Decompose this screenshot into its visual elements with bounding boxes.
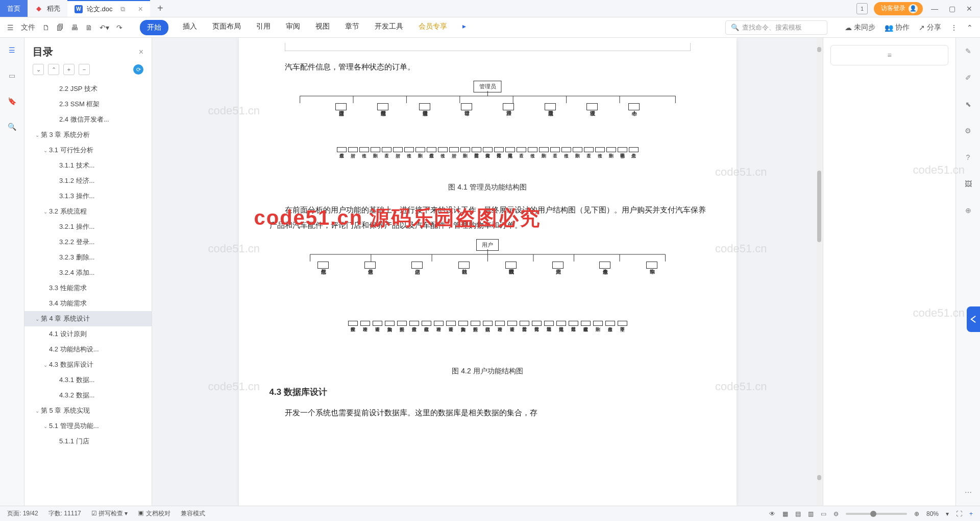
zoom-in-icon[interactable]: ⊕ xyxy=(914,510,919,517)
tab-home[interactable]: 首页 xyxy=(0,0,28,17)
rail-image-icon[interactable]: 🖼 xyxy=(962,178,974,190)
rail-more-icon[interactable]: ⋯ xyxy=(962,486,974,499)
toc-item[interactable]: 3.2.4 添加... xyxy=(24,265,152,280)
toc-item[interactable]: 5.1.1 门店 xyxy=(24,434,152,449)
sidebar-close-icon[interactable]: × xyxy=(139,48,143,57)
toc-item[interactable]: 2.4 微信开发者... xyxy=(24,112,152,127)
toc-item[interactable]: 3.2.1 操作... xyxy=(24,219,152,234)
new-tab-button[interactable]: + xyxy=(150,0,170,17)
maximize-button[interactable]: ▢ xyxy=(946,3,958,14)
window-counter[interactable]: 1 xyxy=(856,3,868,14)
view-focus-icon[interactable]: ▭ xyxy=(821,510,826,517)
file-menu[interactable]: 文件 xyxy=(21,23,35,32)
toc-item[interactable]: ⌄第 5 章 系统实现 xyxy=(24,403,152,418)
collapse-ribbon-icon[interactable]: ⌃ xyxy=(967,23,973,32)
toc-item[interactable]: ⌄3.2 系统流程 xyxy=(24,204,152,219)
toc-item[interactable]: 4.3.1 数据... xyxy=(24,372,152,388)
rail-help-icon[interactable]: ? xyxy=(962,151,974,163)
scrollbar[interactable] xyxy=(817,38,822,506)
toc-item[interactable]: 3.3 性能需求 xyxy=(24,280,152,296)
tab-document[interactable]: W 论文.doc ⧉ × xyxy=(67,0,150,17)
toc-item[interactable]: 3.1.3 操作... xyxy=(24,188,152,204)
zoom-dropdown-icon[interactable]: ▾ xyxy=(946,510,949,517)
toc-item[interactable]: 3.1.1 技术... xyxy=(24,158,152,173)
redo-icon[interactable]: ↷ xyxy=(116,23,122,32)
toc-item[interactable]: ⌄第 4 章 系统设计 xyxy=(24,311,152,326)
toc-item[interactable]: ⌄5.1 管理员功能... xyxy=(24,418,152,434)
scroll-thumb[interactable] xyxy=(817,171,821,242)
toc-item[interactable]: 4.2 功能结构设... xyxy=(24,342,152,357)
scroll-bot-icon[interactable] xyxy=(817,475,821,480)
ribbon-layout[interactable]: 页面布局 xyxy=(211,20,242,35)
toc-item[interactable]: 3.2.3 删除... xyxy=(24,250,152,265)
toc-refresh-icon[interactable]: ⟳ xyxy=(133,64,143,75)
toc-collapse-all[interactable]: ⌄ xyxy=(33,64,44,75)
zoom-out-icon[interactable]: ⊖ xyxy=(834,510,839,517)
view-outline-icon[interactable]: ▥ xyxy=(808,510,814,517)
scroll-top-icon[interactable] xyxy=(817,47,821,52)
menu-icon[interactable]: ☰ xyxy=(7,23,14,32)
toc-item[interactable]: 3.2.2 登录... xyxy=(24,234,152,250)
ribbon-more[interactable]: ▸ xyxy=(461,20,467,35)
ribbon-chapter[interactable]: 章节 xyxy=(344,20,360,35)
search-input[interactable]: 🔍 查找命令、搜索模板 xyxy=(725,20,827,35)
toc-item[interactable]: 3.1.2 经济... xyxy=(24,173,152,188)
ribbon-dev[interactable]: 开发工具 xyxy=(374,20,404,35)
toc-expand-all[interactable]: ⌃ xyxy=(48,64,59,75)
toc-item[interactable]: 4.3.2 数据... xyxy=(24,388,152,403)
save-icon[interactable]: 🗋 xyxy=(42,23,50,32)
status-compat[interactable]: 兼容模式 xyxy=(181,509,205,518)
fullscreen-icon[interactable]: ⛶ xyxy=(956,510,962,517)
rail-outline-icon[interactable]: ☰ xyxy=(6,44,18,56)
more-icon[interactable]: ⋮ xyxy=(950,23,958,32)
rail-select-icon[interactable]: ⬉ xyxy=(962,98,974,110)
toc-item[interactable]: ⌄第 3 章 系统分析 xyxy=(24,127,152,143)
toc-remove[interactable]: − xyxy=(79,64,90,75)
status-proof[interactable]: ▣ 文档校对 xyxy=(138,509,170,518)
sync-button[interactable]: ☁ 未同步 xyxy=(845,23,875,32)
tab-shell[interactable]: ◆ 稻壳 xyxy=(28,0,67,17)
ribbon-review[interactable]: 审阅 xyxy=(285,20,301,35)
rail-cloud-icon[interactable]: ⊕ xyxy=(962,204,974,217)
close-button[interactable]: ✕ xyxy=(964,3,975,14)
view-web-icon[interactable]: ▤ xyxy=(795,510,801,517)
ribbon-vip[interactable]: 会员专享 xyxy=(418,20,448,35)
view-read-icon[interactable]: 👁 xyxy=(769,510,775,517)
zoom-value[interactable]: 80% xyxy=(926,510,939,517)
rail-tool-2-icon[interactable]: ✐ xyxy=(962,72,974,84)
print-icon[interactable]: 🖶 xyxy=(71,23,78,32)
toc-item[interactable]: 2.3 SSM 框架 xyxy=(24,97,152,112)
toc-item[interactable]: ⌄3.1 可行性分析 xyxy=(24,143,152,158)
rail-bookmark-icon[interactable]: 🔖 xyxy=(6,95,18,107)
collab-button[interactable]: 👥 协作 xyxy=(885,23,910,32)
view-page-icon[interactable]: ▦ xyxy=(782,510,788,517)
toc-item[interactable]: 2.2 JSP 技术 xyxy=(24,81,152,97)
save-as-icon[interactable]: 🗐 xyxy=(57,23,64,32)
tab-close-icon[interactable]: × xyxy=(138,5,143,14)
add-status-icon[interactable]: + xyxy=(969,510,973,517)
rail-nav-icon[interactable]: ▭ xyxy=(6,69,18,82)
ribbon-start[interactable]: 开始 xyxy=(140,20,168,35)
share-button[interactable]: ↗ 分享 xyxy=(919,23,941,32)
status-spell[interactable]: ☑ 拼写检查 ▾ xyxy=(91,509,128,518)
toc-item[interactable]: 3.4 功能需求 xyxy=(24,296,152,311)
zoom-slider[interactable] xyxy=(846,513,907,515)
status-page[interactable]: 页面: 19/42 xyxy=(7,509,38,518)
rail-tool-1-icon[interactable]: ✎ xyxy=(962,45,974,57)
minimize-button[interactable]: — xyxy=(929,3,940,14)
ribbon-insert[interactable]: 插入 xyxy=(182,20,198,35)
rail-search-icon[interactable]: 🔍 xyxy=(6,121,18,133)
status-words[interactable]: 字数: 11117 xyxy=(48,509,81,518)
ribbon-view[interactable]: 视图 xyxy=(314,20,331,35)
toc-add[interactable]: + xyxy=(63,64,75,75)
rail-settings-icon[interactable]: ⚙ xyxy=(962,125,974,137)
login-badge[interactable]: 访客登录 👤 xyxy=(874,2,923,15)
ribbon-ref[interactable]: 引用 xyxy=(255,20,272,35)
note-card[interactable]: ≡ xyxy=(830,45,948,65)
tab-split-icon[interactable]: ⧉ xyxy=(117,5,129,13)
side-pull-tab[interactable] xyxy=(967,306,980,332)
toc-item[interactable]: ⌄4.3 数据库设计 xyxy=(24,357,152,372)
preview-icon[interactable]: 🗎 xyxy=(85,23,92,32)
undo-icon[interactable]: ↶▾ xyxy=(100,23,109,32)
toc-item[interactable]: 4.1 设计原则 xyxy=(24,326,152,342)
